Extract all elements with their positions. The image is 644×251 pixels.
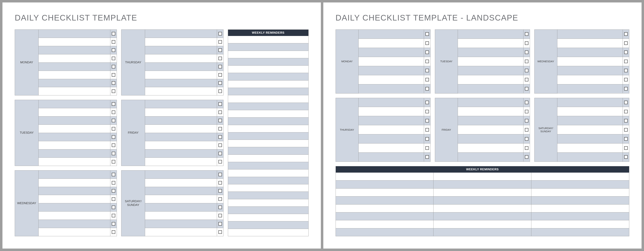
task-text[interactable] [145, 125, 217, 133]
checkbox-icon[interactable] [218, 197, 222, 201]
task-text[interactable] [458, 39, 524, 48]
task-text[interactable] [38, 62, 110, 71]
checkbox-icon[interactable] [218, 40, 222, 44]
task-text[interactable] [358, 107, 424, 116]
checkbox-icon[interactable] [112, 222, 115, 226]
task-text[interactable] [358, 98, 424, 107]
task-text[interactable] [458, 84, 524, 93]
reminder-cell[interactable] [336, 212, 434, 220]
checkbox-icon[interactable] [525, 32, 528, 36]
reminder-cell[interactable] [531, 172, 629, 180]
task-text[interactable] [38, 212, 110, 220]
task-text[interactable] [458, 134, 524, 143]
reminder-cell[interactable] [336, 188, 434, 196]
task-text[interactable] [557, 39, 623, 48]
checkbox-icon[interactable] [218, 90, 222, 93]
checkbox-icon[interactable] [624, 50, 628, 54]
reminder-row[interactable] [228, 80, 308, 88]
task-text[interactable] [145, 87, 217, 95]
reminder-cell[interactable] [336, 228, 434, 236]
checkbox-icon[interactable] [112, 160, 115, 164]
checkbox-icon[interactable] [218, 206, 222, 209]
reminder-cell[interactable] [531, 212, 629, 220]
task-text[interactable] [557, 116, 623, 125]
reminder-cell[interactable] [434, 220, 531, 228]
task-text[interactable] [145, 212, 217, 220]
checkbox-icon[interactable] [112, 189, 115, 192]
reminder-row[interactable] [228, 229, 308, 236]
reminder-row[interactable] [228, 103, 308, 110]
reminder-row[interactable] [228, 66, 308, 73]
checkbox-icon[interactable] [218, 119, 222, 122]
checkbox-icon[interactable] [112, 48, 115, 52]
reminder-cell[interactable] [336, 172, 434, 180]
task-text[interactable] [557, 125, 623, 134]
task-text[interactable] [38, 54, 110, 62]
task-text[interactable] [38, 150, 110, 158]
task-text[interactable] [358, 144, 424, 152]
task-text[interactable] [458, 57, 524, 66]
task-text[interactable] [145, 108, 217, 116]
reminder-cell[interactable] [336, 180, 434, 188]
checkbox-icon[interactable] [112, 90, 115, 93]
reminder-row[interactable] [228, 51, 308, 58]
reminder-row[interactable] [228, 140, 308, 147]
checkbox-icon[interactable] [112, 214, 115, 217]
task-text[interactable] [38, 30, 110, 38]
checkbox-icon[interactable] [426, 110, 429, 113]
reminder-row[interactable] [228, 199, 308, 206]
checkbox-icon[interactable] [218, 222, 222, 226]
task-text[interactable] [458, 125, 524, 134]
checkbox-icon[interactable] [525, 69, 528, 72]
reminder-cell[interactable] [531, 188, 629, 196]
reminder-cell[interactable] [434, 212, 531, 220]
reminder-row[interactable] [228, 95, 308, 102]
task-text[interactable] [358, 66, 424, 75]
task-text[interactable] [557, 75, 623, 84]
task-text[interactable] [38, 133, 110, 141]
reminder-row[interactable] [228, 110, 308, 118]
reminder-cell[interactable] [531, 204, 629, 212]
reminder-row[interactable] [228, 58, 308, 66]
checkbox-icon[interactable] [112, 32, 115, 36]
task-text[interactable] [358, 48, 424, 57]
checkbox-icon[interactable] [426, 69, 429, 72]
task-text[interactable] [145, 62, 217, 71]
checkbox-icon[interactable] [218, 214, 222, 217]
checkbox-icon[interactable] [525, 146, 528, 150]
checkbox-icon[interactable] [218, 102, 222, 106]
checkbox-icon[interactable] [624, 146, 628, 150]
task-text[interactable] [358, 84, 424, 93]
task-text[interactable] [145, 170, 217, 178]
task-text[interactable] [358, 134, 424, 143]
task-text[interactable] [145, 133, 217, 141]
task-text[interactable] [38, 79, 110, 87]
task-text[interactable] [458, 98, 524, 107]
reminder-row[interactable] [228, 118, 308, 125]
task-text[interactable] [38, 170, 110, 178]
checkbox-icon[interactable] [525, 60, 528, 63]
task-text[interactable] [557, 84, 623, 93]
task-text[interactable] [38, 100, 110, 108]
task-text[interactable] [557, 57, 623, 66]
checkbox-icon[interactable] [426, 50, 429, 54]
reminder-row[interactable] [228, 155, 308, 162]
checkbox-icon[interactable] [426, 119, 429, 122]
task-text[interactable] [458, 75, 524, 84]
checkbox-icon[interactable] [112, 65, 115, 68]
checkbox-icon[interactable] [426, 128, 429, 132]
checkbox-icon[interactable] [218, 81, 222, 85]
reminder-row[interactable] [228, 221, 308, 229]
reminder-row[interactable] [228, 147, 308, 154]
reminder-row[interactable] [228, 36, 308, 43]
task-text[interactable] [557, 48, 623, 57]
task-text[interactable] [458, 48, 524, 57]
task-text[interactable] [458, 107, 524, 116]
reminder-cell[interactable] [336, 196, 434, 204]
task-text[interactable] [38, 46, 110, 54]
task-text[interactable] [145, 187, 217, 195]
checkbox-icon[interactable] [112, 135, 115, 139]
checkbox-icon[interactable] [426, 146, 429, 150]
task-text[interactable] [145, 100, 217, 108]
checkbox-icon[interactable] [112, 181, 115, 184]
